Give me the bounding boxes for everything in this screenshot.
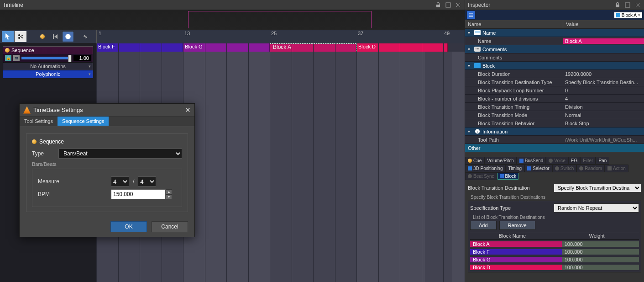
close-panel-icon[interactable] [634,1,641,9]
voice-icon [549,159,553,163]
prop-div[interactable]: Block - number of divisions4 [465,95,644,103]
tab-cue[interactable]: Cue [465,157,484,165]
section-block[interactable]: ▾Block [465,62,644,70]
selected-block-chip[interactable]: Block A▾ [614,12,642,18]
beatsync-icon [468,174,472,178]
measure-num[interactable]: 4 [111,176,129,186]
cancel-button[interactable]: Cancel [152,221,188,232]
link-icon[interactable] [79,31,91,42]
bpm-spinner: ▲▼ [111,189,172,199]
tab-random[interactable]: Random [576,165,605,172]
dest-row[interactable]: Block F100.000 [470,248,639,255]
tab-pan[interactable]: Pan [596,157,609,165]
pointer-tool[interactable] [2,31,14,42]
prop-btdt[interactable]: Block Transition Destination TypeSpecify… [465,78,644,86]
prop-timing[interactable]: Block Transition TimingDivision [465,103,644,111]
group-title: Sequence [39,138,64,145]
add-button[interactable]: Add [470,221,497,230]
tab-voice[interactable]: Voice [546,157,568,165]
remove-button[interactable]: Remove [499,221,535,230]
tab-tool-settings[interactable]: Tool Settings [20,117,58,126]
sequence-slider-row: 🔒 m 1.00 [3,54,93,62]
list-caption: List of Block Transition Destinations [470,214,639,221]
bpm-label: BPM [38,191,111,197]
mute-mini-icon[interactable]: m [13,55,20,61]
ruler-mark: 1 [99,31,101,36]
prop-comments[interactable]: Comments [465,53,644,62]
sequence-box[interactable]: Sequence 🔒 m 1.00 No Automations Polypho… [3,46,93,78]
dialog-tabs: Tool Settings Sequence Settings [20,117,194,126]
section-information[interactable]: ▾iInformation [465,128,644,136]
selector-icon [527,166,531,170]
dest-row[interactable]: Block G100.000 [470,255,639,263]
record-indicator-icon[interactable] [37,31,48,42]
inspector-header: Inspector [465,0,644,10]
svg-text:i: i [477,130,478,134]
section-other[interactable]: Other [465,144,644,152]
goto-icon[interactable] [49,31,61,42]
measure-label: Measure [38,178,111,185]
svg-point-7 [478,48,479,49]
dest-row[interactable]: Block A100.000 [470,240,639,248]
tab-beatsync[interactable]: Beat Sync [465,172,497,180]
dest-row[interactable]: Block D100.000 [470,263,639,271]
measure-den[interactable]: 4 [138,176,156,186]
close-panel-icon[interactable] [455,1,462,9]
prop-block-duration[interactable]: Block Duration19200.0000 [465,70,644,78]
prop-name[interactable]: NameBlock A [465,37,644,45]
dialog-titlebar[interactable]: TimeBase Settings ✕ [20,104,194,117]
tab-eg[interactable]: EG [568,157,580,165]
cue-dot-icon [468,159,472,163]
type-select[interactable]: Bars/Beat [58,149,182,159]
bpm-up-icon[interactable]: ▲ [166,189,172,194]
tab-3dpos[interactable]: 3D Positioning [465,165,505,172]
tab-sequence-settings[interactable]: Sequence Settings [58,117,109,126]
btd-select[interactable]: Specify Block Transition Destina [554,183,641,192]
prop-mode[interactable]: Block Transition ModeNormal [465,111,644,119]
timeline-title: Timeline [3,2,23,8]
tab-filter[interactable]: Filter [580,157,596,165]
block-d[interactable]: Block D [356,43,448,52]
close-icon[interactable]: ✕ [185,106,191,114]
prop-behavior[interactable]: Block Transition BehaviorBlock Stop [465,119,644,128]
lock-icon[interactable] [435,1,442,9]
lock-icon[interactable] [614,1,621,9]
dialog-title: TimeBase Settings [33,106,83,113]
timeline-ruler[interactable]: 1 13 25 37 49 [96,30,465,43]
marker-strip [0,10,465,30]
automations-select[interactable]: No Automations [3,62,93,70]
ruler-mark: 49 [444,31,450,36]
tab-switch[interactable]: Switch [552,165,576,172]
bpm-down-icon[interactable]: ▼ [166,194,172,199]
tab-selector[interactable]: Selector [524,165,552,172]
maximize-icon[interactable] [624,1,631,9]
lock-mini-icon[interactable]: 🔒 [5,55,11,61]
tab-bussend[interactable]: BusSend [517,157,546,165]
prop-loop[interactable]: Block Playback Loop Number0 [465,86,644,95]
tab-timing[interactable]: Timing [505,165,524,172]
col-name: Name [465,20,563,28]
maximize-icon[interactable] [445,1,452,9]
selection-bracket [188,11,372,28]
scissors-tool[interactable] [15,31,26,42]
metronome-icon[interactable] [62,31,74,42]
spec-type-select[interactable]: Random No Repeat [554,203,639,213]
tab-action[interactable]: Action [605,165,628,172]
polyphonic-select[interactable]: Polyphonic [3,70,93,78]
section-comments[interactable]: ▾Comments [465,45,644,53]
prop-toolpath: Tool Path/Work Unit/WorkUnit_0/CueSh... [465,136,644,144]
inspector-title: Inspector [468,2,490,8]
list-view-icon[interactable] [467,11,475,19]
ok-button[interactable]: OK [110,221,147,232]
tab-volpitch[interactable]: Volume/Pitch [484,157,516,165]
btd-label: Block Transition Destination [468,185,551,191]
tab-block[interactable]: Block [497,172,519,180]
bpm-input[interactable] [111,189,166,199]
category-tabs: Cue Volume/Pitch BusSend Voice EG Filter… [465,157,644,180]
svg-point-5 [476,48,476,49]
dest-columns: Block Name Weight [470,232,639,240]
section-name[interactable]: ▾Name [465,29,644,37]
sequence-group: Sequence Type Bars/Beat Bars/Beats Measu… [26,133,188,212]
volume-slider[interactable] [21,57,72,59]
bars-beats-subhead: Bars/Beats [32,161,182,167]
